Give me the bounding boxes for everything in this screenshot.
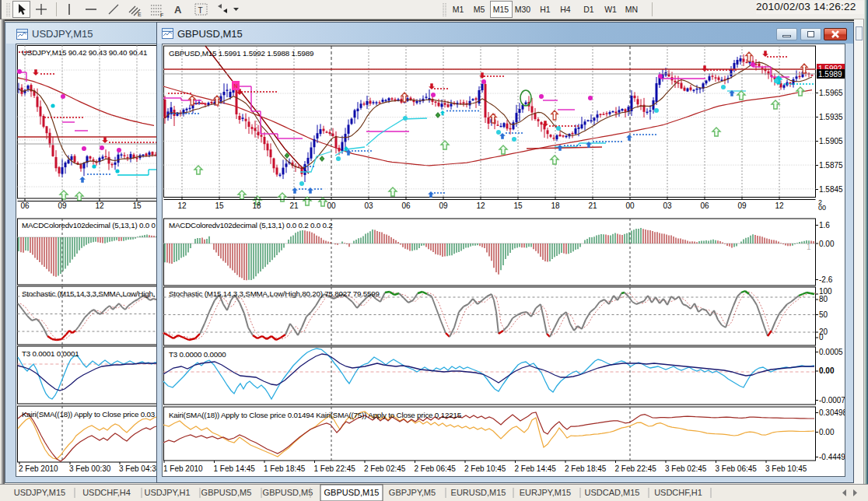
svg-text:M15: M15 [493, 5, 509, 14]
svg-text:0.30498: 0.30498 [819, 408, 845, 417]
svg-text:D1: D1 [583, 5, 594, 14]
svg-text:1.5905: 1.5905 [819, 137, 843, 145]
svg-text:MACDColoredv102decimal (5,13,1: MACDColoredv102decimal (5,13,1) 0.0 0.2 … [169, 221, 333, 229]
svg-text:06: 06 [401, 201, 411, 210]
svg-text:H1: H1 [540, 5, 551, 14]
svg-text:3 Feb 00:30: 3 Feb 00:30 [69, 464, 111, 473]
svg-text:EURJPY,M15: EURJPY,M15 [520, 488, 571, 497]
svg-text:EURUSD,M15: EURUSD,M15 [451, 488, 506, 497]
svg-text:M1: M1 [453, 5, 464, 14]
svg-text:T3 0.0000 0.0000: T3 0.0000 0.0000 [169, 350, 226, 359]
svg-text:1.6: 1.6 [819, 221, 830, 229]
svg-text:00: 00 [327, 201, 336, 210]
svg-text:T: T [198, 6, 203, 15]
svg-text:M30: M30 [515, 5, 531, 14]
svg-text:0.00: 0.00 [819, 428, 835, 436]
svg-text:2 Feb 22:45: 2 Feb 22:45 [615, 464, 657, 473]
svg-text:GBPUSD,M5: GBPUSD,M5 [263, 488, 313, 497]
svg-text:3 Feb 10:45: 3 Feb 10:45 [765, 464, 807, 473]
svg-text:MACDColoredv102decimal (5,13,1: MACDColoredv102decimal (5,13,1) 0.0 0 [22, 221, 156, 229]
svg-text:00: 00 [625, 201, 635, 210]
svg-text:15: 15 [132, 201, 142, 210]
svg-text:H4: H4 [560, 5, 571, 14]
svg-text:50: 50 [819, 310, 828, 319]
svg-text:-0.0007: -0.0007 [819, 396, 845, 405]
svg-text:3 Feb 04:30: 3 Feb 04:30 [119, 464, 157, 473]
svg-text:03: 03 [663, 201, 672, 210]
svg-text:GBPJPY,M5: GBPJPY,M5 [389, 488, 436, 497]
svg-text:1.5875: 1.5875 [819, 161, 843, 170]
svg-text:2 Feb 2010: 2 Feb 2010 [19, 464, 58, 473]
svg-text:1 Feb 14:45: 1 Feb 14:45 [214, 464, 256, 473]
svg-text:18: 18 [252, 201, 261, 210]
svg-text:12: 12 [95, 201, 104, 210]
svg-text:Kairi(SMA((18)) Apply to Close: Kairi(SMA((18)) Apply to Close price 0.0… [22, 410, 156, 419]
svg-text:15: 15 [215, 201, 224, 210]
svg-text:USDCAD,M15: USDCAD,M15 [585, 488, 640, 497]
svg-text:12: 12 [177, 201, 187, 210]
svg-text:0.00: 0.00 [819, 240, 835, 248]
svg-text:M5: M5 [474, 5, 485, 14]
svg-text:21: 21 [289, 201, 299, 210]
svg-text:USDCHF,H1: USDCHF,H1 [654, 488, 702, 497]
svg-text:12: 12 [476, 201, 485, 210]
svg-text:15: 15 [513, 201, 523, 210]
svg-text:0: 0 [819, 333, 824, 342]
svg-text:USDJPY,H1: USDJPY,H1 [144, 488, 190, 497]
svg-text:Stochastic (M15,14,3,3,SMMA,Lo: Stochastic (M15,14,3,3,SMMA,Low/High, [22, 289, 155, 298]
svg-text:F: F [160, 12, 163, 18]
svg-text:80: 80 [819, 295, 828, 303]
svg-text:GBPUSD,M5: GBPUSD,M5 [201, 488, 252, 497]
svg-text:0.0005: 0.0005 [819, 348, 843, 356]
svg-text:21: 21 [588, 201, 597, 210]
svg-text:0.00: 0.00 [819, 366, 835, 375]
svg-text:2 Feb 10:45: 2 Feb 10:45 [464, 464, 506, 473]
svg-text:GBPUSD,M15: GBPUSD,M15 [324, 488, 380, 497]
svg-text:1 Feb 18:45: 1 Feb 18:45 [264, 464, 306, 473]
svg-text:1.5935: 1.5935 [819, 113, 843, 121]
svg-text:2 Feb 14:45: 2 Feb 14:45 [515, 464, 557, 473]
svg-text:1 Feb 2010: 1 Feb 2010 [163, 464, 203, 473]
svg-text:09: 09 [58, 201, 67, 210]
svg-text:2 Feb 18:45: 2 Feb 18:45 [565, 464, 607, 473]
svg-text:-2.6: -2.6 [819, 275, 833, 284]
svg-text:USDJPY,M15 90.42 90.43 90.40: USDJPY,M15 90.42 90.43 90.40 90.41 [22, 48, 147, 57]
svg-text:03: 03 [364, 201, 373, 210]
svg-text:-0.44498: -0.44498 [819, 453, 845, 461]
svg-text:1: 1 [807, 243, 811, 251]
svg-text:T3 0.0001 0.0001: T3 0.0001 0.0001 [22, 349, 79, 358]
svg-text:1.5845: 1.5845 [819, 185, 843, 194]
svg-text:1 Feb 22:45: 1 Feb 22:45 [314, 464, 356, 473]
svg-text:00: 00 [818, 204, 826, 212]
svg-text:3 Feb 02:45: 3 Feb 02:45 [665, 464, 707, 473]
svg-text:12: 12 [775, 201, 784, 210]
svg-text:USDJPY,M15: USDJPY,M15 [14, 488, 65, 497]
svg-text:E: E [138, 12, 142, 17]
svg-text:Kairi(SMA((18)) Apply to Close: Kairi(SMA((18)) Apply to Close price 0.0… [169, 411, 462, 419]
svg-text:1.5989: 1.5989 [818, 70, 842, 79]
svg-text:2 Feb 02:45: 2 Feb 02:45 [364, 464, 406, 473]
svg-text:18: 18 [551, 201, 560, 210]
svg-text:2 Feb 06:45: 2 Feb 06:45 [415, 464, 457, 473]
svg-text:A: A [174, 4, 182, 16]
svg-text:1.5965: 1.5965 [819, 89, 843, 97]
svg-text:USDCHF,H4: USDCHF,H4 [82, 488, 131, 497]
svg-text:3 Feb 06:45: 3 Feb 06:45 [716, 464, 758, 473]
svg-text:09: 09 [737, 201, 747, 210]
svg-text:MN: MN [625, 5, 638, 14]
svg-text:09: 09 [439, 201, 448, 210]
svg-text:GBPUSD,M15 1.5991 1.5992 1.59: GBPUSD,M15 1.5991 1.5992 1.5988 1.5989 [169, 49, 313, 58]
svg-text:06: 06 [700, 201, 709, 210]
svg-text:06: 06 [20, 201, 30, 210]
svg-text:N: N [233, 83, 237, 89]
svg-text:W1: W1 [604, 5, 617, 14]
svg-text:Stochastic (M15,14,3,3,SMMA,Lo: Stochastic (M15,14,3,3,SMMA,Low/High,80,… [169, 289, 380, 298]
